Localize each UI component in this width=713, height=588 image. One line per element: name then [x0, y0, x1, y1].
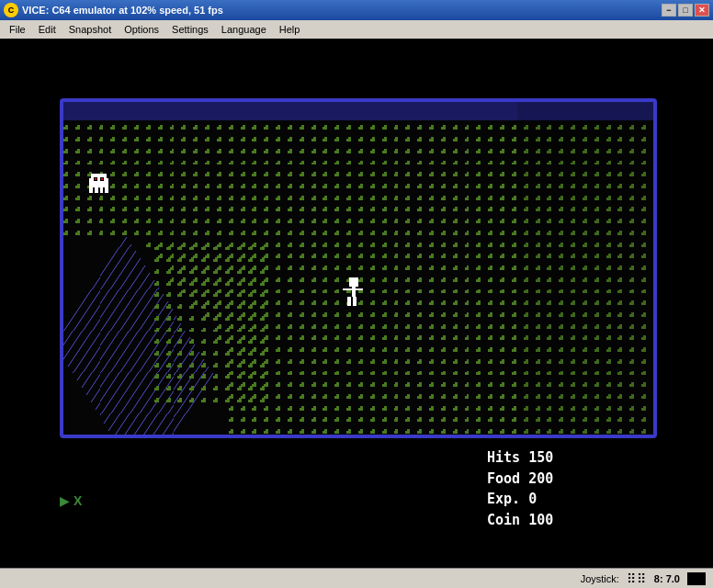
status-bar: Joystick: ⠿⠿ 8: 7.0: [0, 568, 713, 588]
game-canvas: [63, 102, 653, 435]
maximize-button[interactable]: □: [678, 4, 693, 17]
main-area: Hits 150Food 200Exp. 0Coin 100 ▶ X: [0, 39, 713, 588]
close-button[interactable]: ✕: [695, 4, 709, 17]
menu-language[interactable]: Language: [216, 22, 272, 37]
title-bar-left: C VICE: C64 emulator at 102% speed, 51 f…: [4, 3, 223, 17]
minimize-button[interactable]: −: [662, 4, 676, 17]
menu-help[interactable]: Help: [274, 22, 306, 37]
menu-bar: File Edit Snapshot Options Settings Lang…: [0, 20, 713, 39]
color-indicator: [687, 572, 706, 585]
joystick-icon: ⠿⠿: [627, 571, 647, 586]
window-title: VICE: C64 emulator at 102% speed, 51 fps: [22, 5, 223, 16]
menu-edit[interactable]: Edit: [33, 22, 62, 37]
x-indicator: ▶ X: [60, 493, 82, 508]
title-bar: C VICE: C64 emulator at 102% speed, 51 f…: [0, 0, 713, 20]
menu-snapshot[interactable]: Snapshot: [63, 22, 117, 37]
app-icon: C: [4, 3, 18, 17]
x-label: X: [74, 493, 82, 508]
menu-options[interactable]: Options: [119, 22, 164, 37]
menu-settings[interactable]: Settings: [166, 22, 214, 37]
menu-file[interactable]: File: [4, 22, 31, 37]
coordinates-display: 8: 7.0: [654, 573, 680, 584]
joystick-label: Joystick:: [581, 573, 619, 584]
play-arrow-icon: ▶: [60, 493, 70, 508]
game-container: [60, 98, 657, 438]
stats-display: Hits 150Food 200Exp. 0Coin 100: [487, 447, 553, 530]
window-controls: − □ ✕: [662, 4, 709, 17]
